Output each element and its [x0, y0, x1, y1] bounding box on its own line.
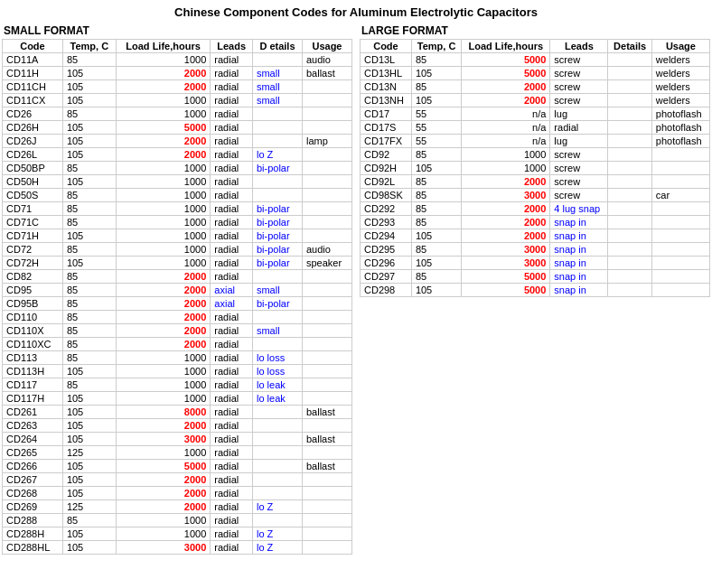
table-row: CD117H1051000radiallo leak [3, 392, 352, 406]
small-cell-32-2: 2000 [116, 487, 211, 500]
small-cell-28-3: radial [211, 433, 253, 446]
large-col-header-1: Temp, C [411, 40, 461, 53]
small-cell-26-2: 8000 [116, 406, 211, 419]
table-row: CD92L852000screw [361, 175, 710, 189]
large-cell-7-5 [651, 148, 709, 162]
small-cell-9-3: radial [211, 175, 253, 189]
large-cell-11-2: 2000 [462, 202, 550, 216]
table-row: CD293852000snap in [361, 216, 710, 229]
small-cell-28-5: ballast [302, 433, 351, 446]
small-cell-29-3: radial [211, 446, 253, 460]
large-cell-9-1: 85 [411, 175, 461, 189]
small-cell-24-2: 1000 [116, 378, 211, 392]
small-cell-8-3: radial [211, 162, 253, 175]
table-row: CD11H1052000radialsmallballast [3, 67, 352, 80]
small-cell-29-5 [302, 446, 351, 460]
small-cell-25-1: 105 [62, 392, 116, 406]
large-cell-5-1: 55 [411, 121, 461, 135]
small-cell-17-0: CD95 [3, 284, 63, 297]
small-cell-20-0: CD110X [3, 324, 63, 338]
small-cell-13-4: bi-polar [252, 229, 302, 243]
small-cell-36-0: CD288HL [3, 541, 63, 555]
large-col-header-0: Code [361, 40, 412, 53]
large-cell-7-1: 85 [411, 148, 461, 162]
large-cell-0-5: welders [651, 53, 709, 67]
small-format-title: SMALL FORMAT [2, 23, 352, 39]
small-cell-22-4: lo loss [252, 351, 302, 365]
small-cell-30-2: 5000 [116, 460, 211, 473]
small-cell-8-1: 85 [62, 162, 116, 175]
large-cell-13-5 [651, 229, 709, 243]
table-row: CD13NH1052000screwwelders [361, 94, 710, 107]
small-cell-0-3: radial [211, 53, 253, 67]
large-cell-3-2: 2000 [462, 94, 550, 107]
small-cell-5-4 [252, 121, 302, 135]
small-cell-7-5 [302, 148, 351, 162]
small-cell-30-4 [252, 460, 302, 473]
small-cell-1-3: radial [211, 67, 253, 80]
small-cell-34-3: radial [211, 514, 253, 527]
small-cell-11-5 [302, 202, 351, 216]
small-cell-4-2: 1000 [116, 107, 211, 121]
small-cell-35-1: 105 [62, 527, 116, 541]
small-cell-34-0: CD288 [3, 514, 63, 527]
large-cell-12-3: snap in [550, 216, 608, 229]
small-cell-10-1: 85 [62, 189, 116, 202]
small-cell-30-5: ballast [302, 460, 351, 473]
large-cell-17-0: CD298 [361, 284, 412, 297]
small-cell-17-4: small [252, 284, 302, 297]
small-cell-14-3: radial [211, 243, 253, 257]
small-cell-25-5 [302, 392, 351, 406]
small-cell-3-5 [302, 94, 351, 107]
table-row: CD2661055000radialballast [3, 460, 352, 473]
large-cell-4-5: photoflash [651, 107, 709, 121]
small-cell-17-1: 85 [62, 284, 116, 297]
large-cell-9-2: 2000 [462, 175, 550, 189]
small-col-header-5: Usage [302, 40, 351, 53]
small-cell-5-0: CD26H [3, 121, 63, 135]
large-cell-6-2: n/a [462, 135, 550, 148]
large-cell-16-0: CD297 [361, 270, 412, 284]
large-cell-1-1: 105 [411, 67, 461, 80]
small-cell-15-2: 1000 [116, 257, 211, 270]
table-row: CD13L855000screwwelders [361, 53, 710, 67]
large-cell-14-2: 3000 [462, 243, 550, 257]
large-cell-12-0: CD293 [361, 216, 412, 229]
large-cell-14-0: CD295 [361, 243, 412, 257]
small-cell-7-2: 2000 [116, 148, 211, 162]
small-cell-13-1: 105 [62, 229, 116, 243]
large-cell-5-2: n/a [462, 121, 550, 135]
large-cell-3-1: 105 [411, 94, 461, 107]
small-cell-5-1: 105 [62, 121, 116, 135]
large-cell-6-0: CD17FX [361, 135, 412, 148]
small-cell-0-4 [252, 53, 302, 67]
large-cell-15-5 [651, 257, 709, 270]
small-cell-35-3: radial [211, 527, 253, 541]
small-cell-21-1: 85 [62, 338, 116, 351]
small-cell-21-3: radial [211, 338, 253, 351]
small-cell-29-1: 125 [62, 446, 116, 460]
small-cell-18-2: 2000 [116, 297, 211, 311]
large-cell-6-3: lug [550, 135, 608, 148]
table-row: CD2631052000radial [3, 419, 352, 433]
small-cell-15-4: bi-polar [252, 257, 302, 270]
table-row: CD72H1051000radialbi-polarspeaker [3, 257, 352, 270]
small-cell-3-2: 1000 [116, 94, 211, 107]
large-cell-16-4 [608, 270, 651, 284]
table-row: CD110852000radial [3, 311, 352, 324]
small-cell-13-0: CD71H [3, 229, 63, 243]
table-row: CD13N852000screwwelders [361, 80, 710, 94]
large-cell-7-3: screw [550, 148, 608, 162]
small-cell-4-5 [302, 107, 351, 121]
small-cell-30-0: CD266 [3, 460, 63, 473]
large-cell-0-0: CD13L [361, 53, 412, 67]
small-cell-14-0: CD72 [3, 243, 63, 257]
large-cell-1-3: screw [550, 67, 608, 80]
large-cell-10-3: screw [550, 189, 608, 202]
table-row: CD11CX1051000radialsmall [3, 94, 352, 107]
small-cell-31-0: CD267 [3, 473, 63, 487]
small-cell-19-1: 85 [62, 311, 116, 324]
table-row: CD71C851000radialbi-polar [3, 216, 352, 229]
small-cell-18-0: CD95B [3, 297, 63, 311]
large-cell-12-4 [608, 216, 651, 229]
